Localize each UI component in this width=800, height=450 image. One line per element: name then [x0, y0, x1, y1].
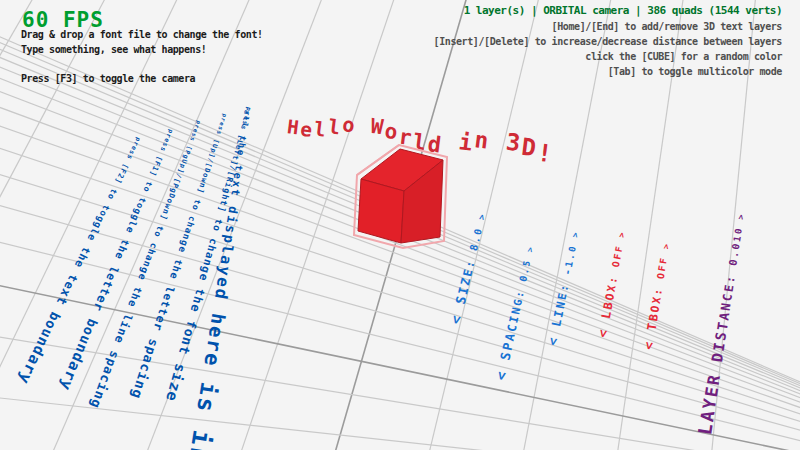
- app-window: press [F2] to toggle the text boundary p…: [0, 0, 800, 450]
- cube-face-left: [358, 179, 404, 243]
- help-line-camera: Press [F3] to toggle the camera: [21, 71, 263, 86]
- help-line-layers: [Home]/[End] to add/remove 3D text layer…: [434, 19, 782, 34]
- help-panel-right: 1 layer(s) | ORBITAL camera | 386 quads …: [434, 3, 782, 79]
- help-line-cube-color: click the [CUBE] for a random color: [434, 49, 782, 64]
- help-panel-left: Drag & drop a font file to change the fo…: [21, 27, 263, 86]
- help-line-type: Type something, see what happens!: [21, 42, 263, 57]
- help-spacer: [21, 57, 263, 71]
- status-line: 1 layer(s) | ORBITAL camera | 386 quads …: [434, 3, 782, 19]
- help-line-drag-drop: Drag & drop a font file to change the fo…: [21, 27, 263, 42]
- help-line-distance: [Insert]/[Delete] to increase/decrease d…: [434, 34, 782, 49]
- help-line-multicolor: [Tab] to toggle multicolor mode: [434, 64, 782, 79]
